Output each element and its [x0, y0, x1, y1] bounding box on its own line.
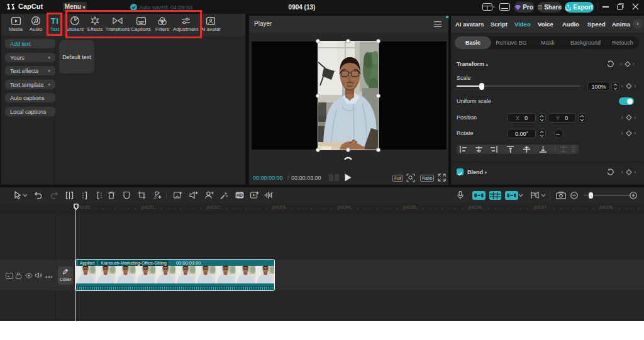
svg-text:HD: HD: [236, 193, 243, 197]
